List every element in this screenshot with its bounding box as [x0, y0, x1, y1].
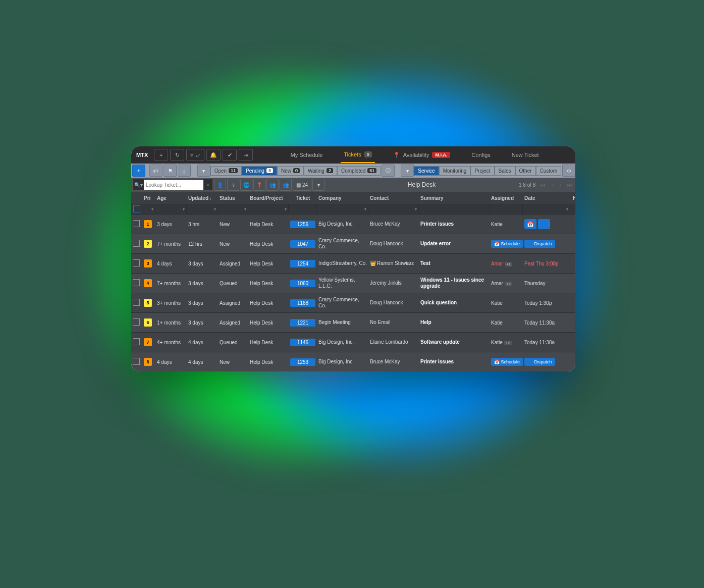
- row-checkbox[interactable]: [133, 299, 140, 306]
- type-service[interactable]: Service: [414, 166, 439, 176]
- cell-board: Help Desk: [248, 300, 289, 306]
- info-icon[interactable]: ⓘ: [382, 165, 395, 177]
- col-assigned[interactable]: Assigned: [490, 195, 523, 201]
- pin2-icon[interactable]: 📍: [253, 179, 265, 191]
- col-contact[interactable]: Contact: [368, 195, 419, 201]
- tab-my-schedule[interactable]: My Schedule: [288, 147, 326, 163]
- filter-status[interactable]: ▾: [218, 204, 248, 214]
- table-row[interactable]: 84 days4 daysNewHelp Desk1253Big Design,…: [131, 352, 575, 371]
- ticket-link[interactable]: 1047: [290, 240, 315, 248]
- tab-availability[interactable]: 📍 Availability M.I.A.: [390, 147, 454, 163]
- filter-waiting[interactable]: Waiting2: [304, 166, 337, 176]
- user-icon[interactable]: 👤: [214, 179, 226, 191]
- schedule-icon[interactable]: 📅: [524, 219, 536, 229]
- col-pri[interactable]: Pri: [142, 195, 155, 201]
- ticket-link[interactable]: 1168: [290, 299, 315, 307]
- ticket-link[interactable]: 1060: [290, 280, 315, 287]
- row-checkbox[interactable]: [133, 220, 140, 227]
- ticket-link[interactable]: 1221: [290, 319, 315, 327]
- type-custom[interactable]: Custom: [536, 166, 561, 176]
- add-filter-button[interactable]: +: [132, 165, 145, 177]
- dispatch-button[interactable]: 👤 Dispatch: [524, 240, 555, 248]
- tab-tickets[interactable]: Tickets 8: [341, 147, 374, 163]
- search-icon[interactable]: 🔍▾: [133, 182, 144, 188]
- logout-icon[interactable]: ⇥: [239, 149, 253, 161]
- pin-icon[interactable]: ✔: [223, 149, 237, 161]
- table-row[interactable]: 61+ months3 daysAssignedHelp Desk1221Beg…: [131, 312, 575, 332]
- table-row[interactable]: 34 days3 daysAssignedHelp Desk1254Indigo…: [131, 253, 575, 273]
- select-all-checkbox[interactable]: [133, 205, 140, 212]
- search-input[interactable]: [144, 180, 203, 190]
- col-date[interactable]: Date: [523, 195, 570, 201]
- cell-company: Yellow Systems, L.L.C.: [317, 277, 368, 289]
- ticket-link[interactable]: 1256: [290, 221, 315, 228]
- ticket-link[interactable]: 1253: [290, 358, 315, 366]
- tag-icon[interactable]: 🏷: [149, 165, 163, 177]
- filter-company[interactable]: ▾: [317, 204, 368, 214]
- row-checkbox[interactable]: [133, 279, 140, 286]
- table-row[interactable]: 74+ months4 daysQueuedHelp Desk1146Big D…: [131, 332, 575, 352]
- chevron-down-icon[interactable]: ▾: [312, 179, 324, 191]
- sitemap-icon[interactable]: ♧: [227, 179, 239, 191]
- gear-icon[interactable]: ⚙: [562, 165, 575, 177]
- filter-completed[interactable]: Completed61: [337, 166, 381, 176]
- filter-date[interactable]: ▾: [523, 204, 570, 214]
- clear-search-icon[interactable]: ✕: [203, 182, 212, 188]
- filter-pri[interactable]: ▾: [142, 204, 155, 214]
- dispatch-icon[interactable]: 👤: [538, 219, 550, 229]
- group-icon[interactable]: 👥: [266, 179, 279, 191]
- type-other[interactable]: Other: [515, 166, 536, 176]
- tab-new-ticket[interactable]: New Ticket: [509, 147, 542, 163]
- col-summary[interactable]: Summary: [419, 195, 490, 201]
- filter-contact[interactable]: ▾: [368, 204, 419, 214]
- type-sales[interactable]: Sales: [495, 166, 515, 176]
- users-icon[interactable]: 👥: [280, 179, 292, 191]
- row-checkbox[interactable]: [133, 358, 140, 365]
- row-checkbox[interactable]: [133, 338, 140, 345]
- table-row[interactable]: 27+ months12 hrsNewHelp Desk1047Crazy Co…: [131, 234, 575, 253]
- ticket-link[interactable]: 1146: [290, 339, 315, 346]
- last-page-icon[interactable]: ⏭: [566, 182, 573, 188]
- add-button[interactable]: +: [154, 149, 168, 161]
- table-row[interactable]: 13 days3 hrsNewHelp Desk1256Big Design, …: [131, 214, 575, 234]
- first-page-icon[interactable]: ⏮: [539, 182, 547, 188]
- filter-board[interactable]: ▾: [248, 204, 289, 214]
- home-icon[interactable]: ⌂: [178, 165, 191, 177]
- filter-updated[interactable]: ▾: [187, 204, 218, 214]
- dispatch-button[interactable]: 👤 Dispatch: [524, 358, 555, 366]
- col-updated[interactable]: Updated↓: [187, 195, 218, 201]
- funnel-icon[interactable]: ▾: [197, 165, 210, 177]
- priority-badge: 6: [144, 318, 152, 327]
- next-page-icon[interactable]: ›: [559, 182, 562, 188]
- filter-new[interactable]: New0: [277, 166, 304, 176]
- type-monitoring[interactable]: Monitoring: [439, 166, 471, 176]
- row-checkbox[interactable]: [133, 259, 140, 266]
- type-project[interactable]: Project: [470, 166, 494, 176]
- col-status[interactable]: Status: [218, 195, 248, 201]
- refresh-button[interactable]: ↻: [170, 149, 184, 161]
- table-row[interactable]: 53+ months3 daysAssignedHelp Desk1168Cra…: [131, 293, 575, 312]
- flag-icon[interactable]: ⚑: [164, 165, 177, 177]
- schedule-button[interactable]: 📅 Schedule: [491, 240, 523, 248]
- row-checkbox[interactable]: [133, 318, 140, 326]
- schedule-button[interactable]: 📅 Schedule: [491, 358, 523, 366]
- prev-page-icon[interactable]: ‹: [551, 182, 554, 188]
- funnel2-icon[interactable]: ▾: [401, 165, 414, 177]
- filter-open[interactable]: Open11: [210, 166, 242, 176]
- col-hours[interactable]: Hours: [570, 195, 575, 201]
- tab-configs[interactable]: Configs: [468, 147, 493, 163]
- bell-icon[interactable]: 🔔: [206, 149, 221, 161]
- col-ticket[interactable]: Ticket: [289, 195, 317, 201]
- table-row[interactable]: 47+ months3 daysQueuedHelp Desk1060Yello…: [131, 273, 575, 293]
- column-count[interactable]: ▦ 24: [293, 179, 311, 191]
- globe-icon[interactable]: 🌐: [240, 179, 252, 191]
- row-checkbox[interactable]: [133, 240, 140, 247]
- col-company[interactable]: Company: [317, 195, 368, 201]
- filter-pending[interactable]: Pending8: [242, 166, 277, 176]
- ticket-link[interactable]: 1254: [290, 260, 315, 268]
- col-board[interactable]: Board/Project: [248, 195, 289, 201]
- wifi-status-button[interactable]: ᯤ✓: [186, 149, 204, 161]
- cell-date: Today 11:30a: [523, 320, 570, 326]
- col-age[interactable]: Age: [155, 195, 187, 201]
- filter-age[interactable]: ▾: [155, 204, 187, 214]
